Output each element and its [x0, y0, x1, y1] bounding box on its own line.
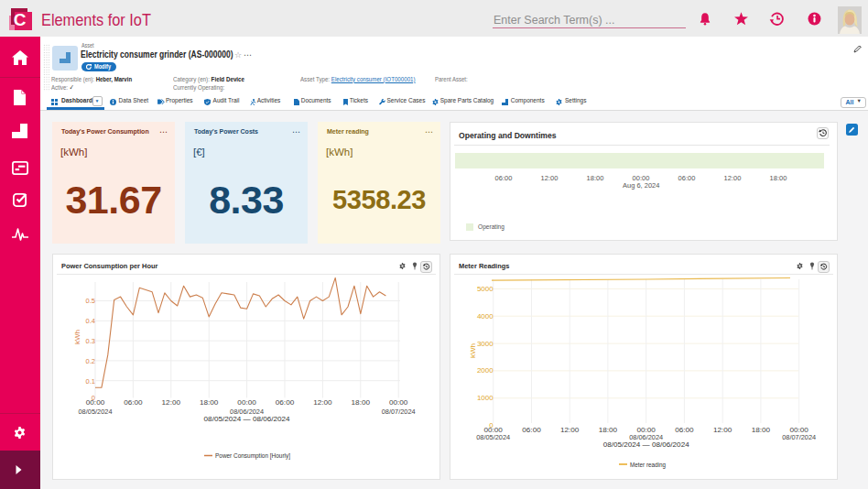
- svg-text:3000: 3000: [477, 340, 494, 348]
- svg-text:08/05/2024 — 08/06/2024: 08/05/2024 — 08/06/2024: [204, 415, 291, 423]
- svg-text:18:00: 18:00: [752, 426, 771, 434]
- svg-text:4000: 4000: [477, 312, 494, 321]
- svg-text:0.2: 0.2: [86, 357, 95, 365]
- svg-text:00:00: 00:00: [389, 398, 408, 407]
- svg-text:06:00: 06:00: [522, 426, 541, 434]
- svg-text:0.5: 0.5: [86, 297, 95, 305]
- svg-text:12:00: 12:00: [560, 426, 580, 434]
- svg-text:12:00: 12:00: [313, 398, 332, 407]
- svg-text:06:00: 06:00: [276, 398, 295, 407]
- svg-text:0.3: 0.3: [86, 337, 95, 345]
- svg-text:06:00: 06:00: [124, 398, 143, 407]
- svg-text:Power Consumption [Hourly]: Power Consumption [Hourly]: [215, 452, 290, 460]
- svg-text:18:00: 18:00: [352, 398, 371, 407]
- svg-text:Meter reading: Meter reading: [630, 462, 666, 469]
- svg-text:08/05/2024 — 08/06/2024: 08/05/2024 — 08/06/2024: [603, 440, 690, 449]
- svg-text:0.1: 0.1: [86, 377, 95, 386]
- svg-text:5000: 5000: [477, 285, 494, 293]
- svg-text:08/05/2024: 08/05/2024: [476, 433, 510, 441]
- svg-text:06:00: 06:00: [675, 426, 694, 434]
- svg-text:0.4: 0.4: [86, 317, 95, 325]
- svg-text:08/05/2024: 08/05/2024: [79, 408, 113, 416]
- svg-text:12:00: 12:00: [162, 398, 181, 407]
- svg-text:00:00: 00:00: [237, 398, 256, 407]
- svg-text:08/07/2024: 08/07/2024: [382, 408, 416, 416]
- svg-text:18:00: 18:00: [200, 398, 219, 407]
- svg-text:12:00: 12:00: [713, 426, 732, 434]
- svg-text:1000: 1000: [477, 394, 494, 402]
- svg-text:kWh: kWh: [469, 343, 477, 358]
- svg-text:08/07/2024: 08/07/2024: [782, 433, 816, 441]
- svg-text:18:00: 18:00: [599, 426, 618, 434]
- svg-text:00:00: 00:00: [86, 398, 105, 407]
- svg-text:kWh: kWh: [73, 330, 81, 344]
- svg-text:2000: 2000: [477, 366, 494, 375]
